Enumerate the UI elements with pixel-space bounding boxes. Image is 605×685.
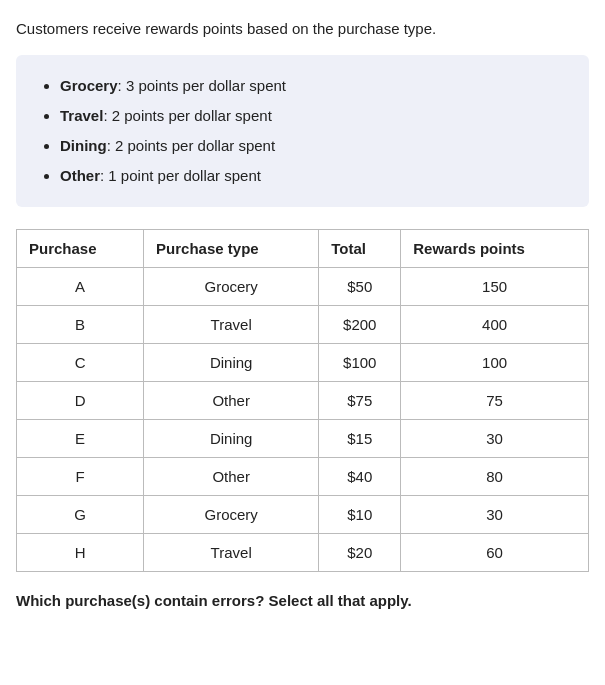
cell-total-4: $15	[319, 419, 401, 457]
table-row: EDining$1530	[17, 419, 589, 457]
cell-points-6: 30	[401, 495, 589, 533]
cell-points-0: 150	[401, 267, 589, 305]
cell-purchase-7: H	[17, 533, 144, 571]
cell-purchase-3: D	[17, 381, 144, 419]
cell-total-3: $75	[319, 381, 401, 419]
cell-points-4: 30	[401, 419, 589, 457]
rule-grocery: Grocery: 3 points per dollar spent	[60, 71, 569, 101]
cell-purchase-0: A	[17, 267, 144, 305]
cell-purchase-4: E	[17, 419, 144, 457]
cell-type-7: Travel	[144, 533, 319, 571]
col-header-points: Rewards points	[401, 229, 589, 267]
cell-total-6: $10	[319, 495, 401, 533]
col-header-type: Purchase type	[144, 229, 319, 267]
cell-points-3: 75	[401, 381, 589, 419]
table-row: FOther$4080	[17, 457, 589, 495]
cell-points-5: 80	[401, 457, 589, 495]
cell-type-3: Other	[144, 381, 319, 419]
rule-other: Other: 1 point per dollar spent	[60, 161, 569, 191]
table-row: AGrocery$50150	[17, 267, 589, 305]
cell-points-2: 100	[401, 343, 589, 381]
cell-total-1: $200	[319, 305, 401, 343]
cell-total-2: $100	[319, 343, 401, 381]
table-row: DOther$7575	[17, 381, 589, 419]
col-header-total: Total	[319, 229, 401, 267]
cell-total-7: $20	[319, 533, 401, 571]
cell-points-1: 400	[401, 305, 589, 343]
cell-type-2: Dining	[144, 343, 319, 381]
cell-points-7: 60	[401, 533, 589, 571]
table-row: HTravel$2060	[17, 533, 589, 571]
rules-list: Grocery: 3 points per dollar spent Trave…	[36, 71, 569, 191]
cell-type-6: Grocery	[144, 495, 319, 533]
cell-purchase-2: C	[17, 343, 144, 381]
table-header-row: Purchase Purchase type Total Rewards poi…	[17, 229, 589, 267]
rule-dining: Dining: 2 points per dollar spent	[60, 131, 569, 161]
table-row: GGrocery$1030	[17, 495, 589, 533]
cell-type-0: Grocery	[144, 267, 319, 305]
cell-total-5: $40	[319, 457, 401, 495]
question-text: Which purchase(s) contain errors? Select…	[16, 592, 589, 609]
cell-type-1: Travel	[144, 305, 319, 343]
table-row: BTravel$200400	[17, 305, 589, 343]
col-header-purchase: Purchase	[17, 229, 144, 267]
table-row: CDining$100100	[17, 343, 589, 381]
cell-type-5: Other	[144, 457, 319, 495]
info-box: Grocery: 3 points per dollar spent Trave…	[16, 55, 589, 207]
cell-type-4: Dining	[144, 419, 319, 457]
cell-purchase-6: G	[17, 495, 144, 533]
intro-text: Customers receive rewards points based o…	[16, 18, 589, 41]
cell-purchase-1: B	[17, 305, 144, 343]
cell-total-0: $50	[319, 267, 401, 305]
cell-purchase-5: F	[17, 457, 144, 495]
purchases-table: Purchase Purchase type Total Rewards poi…	[16, 229, 589, 572]
rule-travel: Travel: 2 points per dollar spent	[60, 101, 569, 131]
